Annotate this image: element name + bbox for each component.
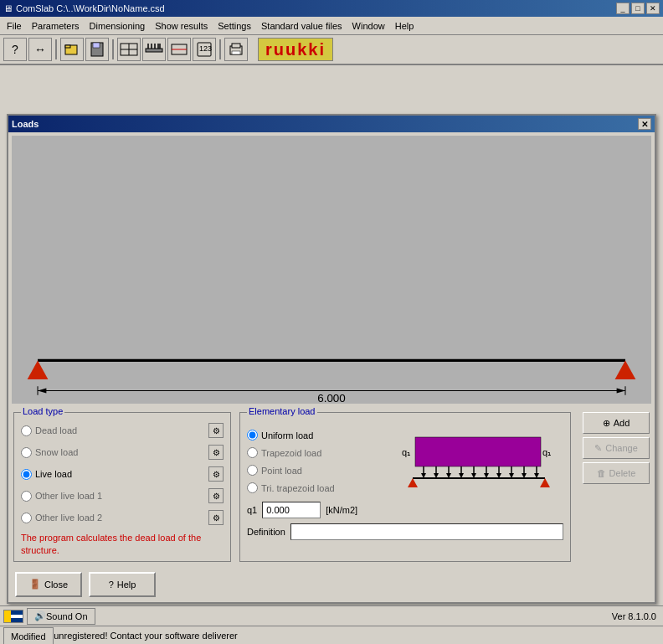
dead-load-label: Dead load [35, 425, 77, 435]
title-bar-controls: _ □ ✕ [616, 3, 660, 14]
flag-icon [3, 610, 23, 623]
svg-marker-27 [38, 388, 46, 393]
status-bar: Program is unregistered! Contact your so… [0, 626, 663, 644]
change-button[interactable]: ✎ Change [583, 437, 650, 459]
back-forward-button[interactable]: ↔ [28, 38, 52, 61]
bottom-panel: Load type Dead load ⚙ Snow load ⚙ Live l… [8, 407, 655, 567]
trapezoid-load-radio[interactable] [247, 447, 258, 458]
save-button[interactable] [85, 38, 109, 61]
tri-trapezoid-row: Tri. trapezoid load [247, 482, 396, 493]
q1-row: q1 [kN/m2] [247, 502, 563, 518]
change-icon: ✎ [594, 443, 602, 454]
title-bar: 🖥 ComSlab C:\..\WorkDir\NoName.csd _ □ ✕ [0, 0, 663, 17]
svg-text:6.000: 6.000 [317, 392, 346, 404]
menu-window[interactable]: Window [347, 19, 390, 33]
other-live-1-row: Other live load 1 ⚙ [21, 488, 224, 503]
svg-text:q₁: q₁ [542, 447, 551, 457]
close-dialog-button[interactable]: 🚪 Close [15, 572, 82, 597]
load-viz-svg: q₁ q₁ [400, 430, 559, 489]
elementary-options: Uniform load Trapezoid load Point load [247, 423, 396, 497]
app-icon: 🖥 [3, 3, 13, 13]
open-button[interactable] [60, 38, 84, 61]
minimize-button[interactable]: _ [616, 3, 630, 14]
svg-marker-54 [540, 478, 550, 487]
delete-icon: 🗑 [597, 468, 606, 478]
load-type-title: Load type [21, 406, 64, 416]
menu-show-results[interactable]: Show results [150, 19, 213, 33]
loads-dialog: Loads ✕ 6.000 [7, 114, 656, 604]
modified-tab[interactable]: Modified [3, 627, 54, 644]
app-title: ComSlab C:\..\WorkDir\NoName.csd [16, 3, 165, 13]
action-buttons: ⊕ Add ✎ Change 🗑 Delete [579, 412, 650, 562]
menu-settings[interactable]: Settings [213, 19, 256, 33]
point-load-label: Point load [261, 466, 302, 476]
sound-label: Sound On [46, 611, 88, 621]
add-label: Add [614, 418, 630, 428]
help-icon: ? [109, 580, 114, 590]
q1-input[interactable] [262, 502, 321, 518]
maximize-button[interactable]: □ [631, 3, 645, 14]
svg-marker-28 [617, 388, 625, 393]
version-text: Ver 8.1.0.0 [612, 611, 660, 621]
live-load-settings[interactable]: ⚙ [208, 466, 224, 482]
close-button[interactable]: ✕ [646, 3, 660, 14]
other-live-1-label: Other live load 1 [35, 491, 102, 501]
live-load-label: Live load [35, 469, 72, 479]
menu-file[interactable]: File [2, 19, 27, 33]
canvas-area: 6.000 [12, 136, 651, 404]
snow-load-settings[interactable]: ⚙ [208, 445, 224, 460]
close-icon: 🚪 [29, 579, 41, 590]
svg-marker-21 [28, 360, 49, 379]
uniform-load-radio[interactable] [247, 430, 258, 440]
dialog-title-bar: Loads ✕ [8, 116, 655, 132]
menu-dimensioning[interactable]: Dimensioning [85, 19, 151, 33]
taskbar: 🔊 Sound On Ver 8.1.0.0 [0, 605, 663, 626]
dead-load-settings[interactable]: ⚙ [208, 423, 224, 438]
definition-input[interactable] [290, 523, 563, 540]
help-dialog-button[interactable]: ? Help [89, 572, 156, 597]
tri-trapezoid-radio[interactable] [247, 482, 258, 493]
svg-rect-1 [65, 45, 70, 48]
sound-icon: 🔊 [34, 611, 46, 621]
toolbar-sep-1 [55, 39, 57, 59]
toolbar-sep-3 [219, 39, 221, 59]
profile-view-button[interactable] [117, 38, 141, 61]
delete-label: Delete [609, 468, 636, 478]
dead-load-radio[interactable] [21, 425, 32, 436]
snow-load-label: Snow load [35, 447, 78, 457]
delete-button[interactable]: 🗑 Delete [583, 462, 650, 484]
dialog-close-button[interactable]: ✕ [638, 118, 651, 130]
trapezoid-load-label: Trapezoid load [261, 448, 321, 458]
other-live-2-settings[interactable]: ⚙ [208, 510, 224, 525]
uniform-load-row: Uniform load [247, 430, 396, 440]
tri-trapezoid-label: Tri. trapezoid load [261, 483, 335, 493]
menu-standard-value-files[interactable]: Standard value files [256, 19, 347, 33]
add-button[interactable]: ⊕ Add [583, 412, 650, 434]
beam-svg: 6.000 [12, 136, 651, 404]
point-load-radio[interactable] [247, 465, 258, 476]
snow-load-row: Snow load ⚙ [21, 445, 224, 460]
calculate-button[interactable]: 123 [193, 38, 216, 61]
help-label: Help [117, 580, 136, 590]
other-live-1-settings[interactable]: ⚙ [208, 488, 224, 503]
print-button[interactable] [224, 38, 248, 61]
change-label: Change [605, 443, 638, 453]
warning-text: The program calculates the dead load of … [21, 532, 224, 558]
svg-marker-22 [615, 360, 636, 379]
menu-parameters[interactable]: Parameters [27, 19, 85, 33]
elementary-panel: Elementary load Uniform load Trapezoid l… [239, 412, 571, 562]
load-view-button[interactable] [142, 38, 166, 61]
elementary-title: Elementary load [247, 406, 317, 416]
svg-rect-18 [232, 44, 240, 48]
load-visualization: q₁ q₁ [396, 423, 563, 497]
snow-load-radio[interactable] [21, 447, 32, 458]
menu-help[interactable]: Help [390, 19, 419, 33]
live-load-radio[interactable] [21, 469, 32, 480]
help-toolbar-button[interactable]: ? [3, 38, 27, 61]
other-live-2-label: Other live load 2 [35, 513, 102, 523]
other-live-1-radio[interactable] [21, 491, 32, 502]
title-bar-left: 🖥 ComSlab C:\..\WorkDir\NoName.csd [3, 3, 165, 13]
dimension-button[interactable] [167, 38, 191, 61]
sound-button[interactable]: 🔊 Sound On [27, 608, 95, 625]
other-live-2-radio[interactable] [21, 513, 32, 523]
